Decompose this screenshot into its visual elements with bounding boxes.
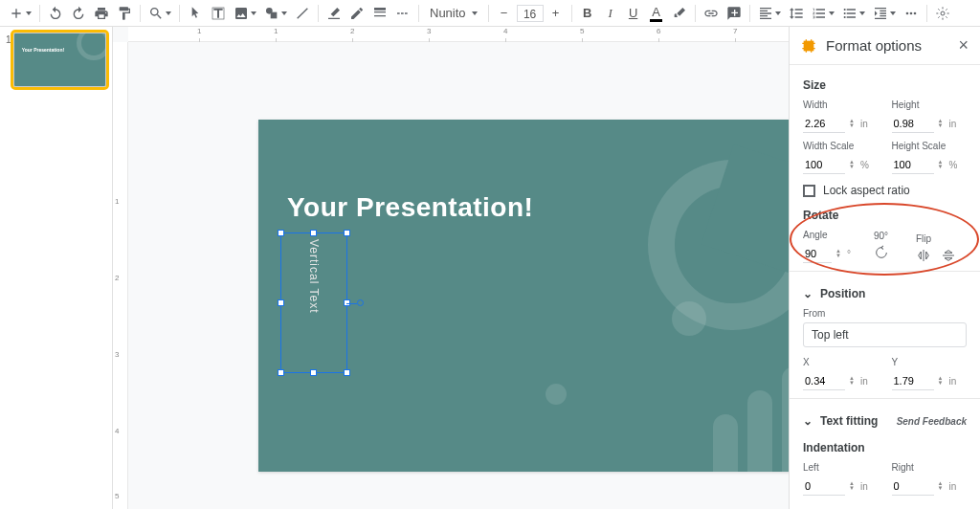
svg-rect-7 bbox=[804, 40, 814, 51]
animation-button[interactable] bbox=[932, 3, 953, 24]
slide-thumbnail-1[interactable]: Your Presentation! bbox=[13, 33, 106, 87]
rotate-handle[interactable] bbox=[357, 299, 364, 306]
vertical-ruler: 1 2 3 4 5 bbox=[113, 42, 128, 509]
fill-color-button[interactable] bbox=[323, 3, 345, 24]
horizontal-ruler: 1 1 2 3 4 5 6 7 8 bbox=[128, 27, 789, 42]
text-color-button[interactable]: A bbox=[646, 3, 667, 24]
indent-left-label: Left bbox=[803, 462, 879, 473]
image-tool[interactable] bbox=[231, 3, 259, 24]
underline-button[interactable]: U bbox=[623, 3, 644, 24]
highlight-color-button[interactable] bbox=[669, 3, 690, 24]
decoration-circle bbox=[672, 301, 706, 336]
indent-left-spinner[interactable]: ▲▼ bbox=[849, 481, 855, 491]
align-button[interactable] bbox=[755, 3, 784, 24]
print-button[interactable] bbox=[91, 3, 112, 24]
flip-horizontal-button[interactable] bbox=[916, 248, 931, 263]
redo-button[interactable] bbox=[68, 3, 89, 24]
main-toolbar: Nunito − 16 + B I U A bbox=[0, 0, 980, 27]
hscale-input[interactable] bbox=[892, 155, 934, 174]
border-color-button[interactable] bbox=[346, 3, 368, 24]
insert-comment-button[interactable] bbox=[724, 3, 745, 24]
italic-button[interactable]: I bbox=[600, 3, 621, 24]
new-slide-button[interactable] bbox=[6, 3, 34, 24]
border-weight-button[interactable] bbox=[369, 3, 390, 24]
height-label: Height bbox=[892, 100, 968, 110]
bold-button[interactable]: B bbox=[577, 3, 598, 24]
textbox-tool[interactable] bbox=[208, 3, 229, 24]
y-label: Y bbox=[892, 357, 968, 367]
from-dropdown[interactable]: Top left bbox=[803, 322, 967, 347]
indent-right-input[interactable] bbox=[892, 476, 934, 496]
numbered-list-button[interactable] bbox=[809, 3, 837, 24]
zoom-button[interactable] bbox=[145, 3, 174, 24]
font-name-dropdown[interactable]: Nunito bbox=[424, 3, 483, 24]
width-label: Width bbox=[803, 100, 879, 110]
height-input[interactable] bbox=[892, 114, 934, 133]
bulleted-list-button[interactable] bbox=[839, 3, 868, 24]
filmstrip: 1 Your Presentation! bbox=[0, 27, 113, 509]
chevron-down-icon: ⌄ bbox=[803, 414, 813, 428]
resize-handle[interactable] bbox=[278, 230, 284, 236]
x-label: X bbox=[803, 357, 879, 367]
lock-aspect-checkbox[interactable]: Lock aspect ratio bbox=[803, 184, 967, 197]
position-section-toggle[interactable]: ⌄Position bbox=[803, 279, 967, 308]
main-area: 1 Your Presentation! 1 1 2 3 4 5 6 7 8 1… bbox=[0, 27, 980, 509]
wscale-spinner[interactable]: ▲▼ bbox=[849, 160, 855, 169]
textfit-section-toggle[interactable]: ⌄Text fittingSend Feedback bbox=[803, 407, 967, 435]
flip-vertical-button[interactable] bbox=[941, 248, 956, 263]
line-tool[interactable] bbox=[292, 3, 313, 24]
close-sidebar-button[interactable]: × bbox=[958, 35, 969, 55]
border-dash-button[interactable] bbox=[392, 3, 413, 24]
paint-format-button[interactable] bbox=[114, 3, 135, 24]
lock-aspect-label: Lock aspect ratio bbox=[823, 184, 910, 197]
angle-input[interactable] bbox=[803, 244, 832, 263]
svg-point-6 bbox=[941, 11, 945, 15]
resize-handle[interactable] bbox=[344, 230, 350, 236]
resize-handle[interactable] bbox=[344, 369, 350, 376]
resize-handle[interactable] bbox=[278, 369, 284, 376]
selected-textbox[interactable]: Vertical Text bbox=[280, 232, 347, 373]
canvas[interactable]: 1 1 2 3 4 5 6 7 8 1 2 3 4 5 bbox=[113, 27, 789, 509]
slide-title[interactable]: Your Presentation! bbox=[287, 192, 533, 223]
more-button[interactable] bbox=[901, 3, 922, 24]
sidebar-body: Size Width ▲▼in Height ▲▼in Width Scale … bbox=[790, 65, 980, 509]
format-options-icon bbox=[801, 38, 816, 54]
indent-right-spinner[interactable]: ▲▼ bbox=[938, 481, 944, 491]
svg-point-5 bbox=[913, 11, 916, 14]
shape-tool[interactable] bbox=[261, 3, 290, 24]
hscale-spinner[interactable]: ▲▼ bbox=[938, 160, 944, 169]
decoration-bars bbox=[713, 343, 789, 472]
svg-rect-2 bbox=[271, 11, 278, 18]
indent-left-input[interactable] bbox=[803, 476, 845, 496]
x-input[interactable] bbox=[803, 371, 845, 390]
x-spinner[interactable]: ▲▼ bbox=[849, 376, 855, 386]
wscale-input[interactable] bbox=[803, 155, 845, 174]
indent-options-button[interactable] bbox=[870, 3, 899, 24]
indent-right-label: Right bbox=[892, 462, 968, 473]
thumb-title: Your Presentation! bbox=[22, 47, 64, 53]
insert-link-button[interactable] bbox=[701, 3, 722, 24]
textbox-content[interactable]: Vertical Text bbox=[307, 239, 321, 313]
angle-spinner[interactable]: ▲▼ bbox=[835, 249, 841, 258]
slide-number: 1 bbox=[6, 34, 13, 503]
width-input[interactable] bbox=[803, 114, 845, 133]
y-input[interactable] bbox=[892, 371, 934, 390]
resize-handle[interactable] bbox=[278, 299, 284, 306]
width-spinner[interactable]: ▲▼ bbox=[849, 119, 855, 128]
y-spinner[interactable]: ▲▼ bbox=[938, 376, 944, 386]
svg-point-4 bbox=[909, 11, 912, 14]
hscale-label: Height Scale bbox=[892, 141, 968, 151]
rotate-90-button[interactable] bbox=[874, 245, 889, 260]
send-feedback-link[interactable]: Send Feedback bbox=[897, 416, 967, 427]
undo-button[interactable] bbox=[45, 3, 66, 24]
line-spacing-button[interactable] bbox=[786, 3, 807, 24]
resize-handle[interactable] bbox=[310, 230, 317, 236]
resize-handle[interactable] bbox=[310, 369, 317, 376]
font-size-decrease[interactable]: − bbox=[494, 3, 515, 24]
font-size-increase[interactable]: + bbox=[546, 3, 567, 24]
decoration-circle bbox=[546, 384, 567, 405]
font-size-input[interactable]: 16 bbox=[517, 5, 544, 22]
select-tool[interactable] bbox=[185, 3, 206, 24]
wscale-label: Width Scale bbox=[803, 141, 879, 151]
height-spinner[interactable]: ▲▼ bbox=[938, 119, 944, 128]
